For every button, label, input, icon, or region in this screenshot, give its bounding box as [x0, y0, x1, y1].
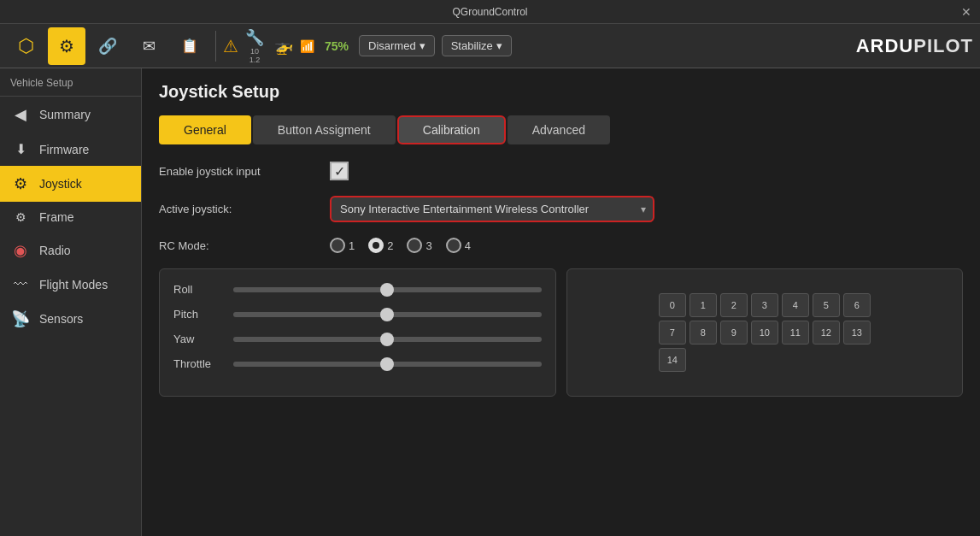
button-11[interactable]: 11: [782, 321, 809, 345]
rc-mode-1[interactable]: 1: [330, 238, 355, 253]
main-layout: Vehicle Setup ◀ Summary ⬇ Firmware ⚙ Joy…: [0, 68, 980, 536]
pitch-label: Pitch: [173, 308, 225, 321]
stabilize-arrow: ▾: [496, 39, 502, 52]
sidebar-header: Vehicle Setup: [0, 68, 141, 97]
button-7[interactable]: 7: [659, 321, 686, 345]
yaw-track[interactable]: [233, 337, 542, 342]
button-spacer: [843, 348, 871, 372]
rc-mode-2[interactable]: 2: [368, 238, 393, 253]
joystick-label: Active joystick:: [159, 203, 330, 215]
flight-modes-icon: 〰: [10, 277, 31, 292]
toolbar: ⬡ ⚙ 🔗 ✉ 📋 ⚠ 🔧 10 1.2 🚁 📶 75% Disarmed ▾ …: [0, 24, 980, 68]
button-4[interactable]: 4: [782, 293, 809, 317]
throttle-row: Throttle: [173, 357, 542, 370]
ardu-text: ARDU: [856, 35, 914, 56]
sidebar: Vehicle Setup ◀ Summary ⬇ Firmware ⚙ Joy…: [0, 68, 142, 536]
button-2[interactable]: 2: [720, 293, 748, 317]
rc-mode-2-label: 2: [387, 239, 393, 252]
title-bar: QGroundControl ✕: [0, 0, 980, 24]
rc-mode-4[interactable]: 4: [446, 238, 471, 253]
tab-calibration[interactable]: Calibration: [397, 115, 506, 144]
button-13[interactable]: 13: [843, 321, 871, 345]
close-icon[interactable]: ✕: [961, 5, 971, 19]
roll-track[interactable]: [233, 287, 542, 292]
button-spacer: [751, 348, 778, 372]
sidebar-label-joystick: Joystick: [39, 177, 82, 191]
active-joystick-row: Active joystick: Sony Interactive Entert…: [159, 196, 963, 222]
pitch-track[interactable]: [233, 312, 542, 317]
radio-4-outer: [446, 238, 461, 253]
rc-mode-options: 1 2 3 4: [330, 238, 471, 253]
button-spacer: [720, 348, 748, 372]
radio-icon: ◉: [10, 241, 31, 260]
sidebar-item-joystick[interactable]: ⚙ Joystick: [0, 166, 141, 202]
button-9[interactable]: 9: [720, 321, 748, 345]
button-14[interactable]: 14: [659, 348, 686, 372]
sidebar-label-firmware: Firmware: [39, 143, 89, 156]
button-spacer: [813, 348, 840, 372]
radio-3-outer: [407, 238, 422, 253]
yaw-label: Yaw: [173, 333, 225, 345]
tab-advanced[interactable]: Advanced: [508, 115, 610, 144]
tab-button-assignment[interactable]: Button Assigment: [253, 115, 396, 144]
plan-button[interactable]: ✉: [130, 27, 167, 65]
sidebar-item-frame[interactable]: ⚙ Frame: [0, 202, 141, 233]
rc-mode-1-label: 1: [349, 239, 355, 252]
axes-container: Roll Pitch Yaw: [159, 268, 963, 397]
joystick-select[interactable]: Sony Interactive Entertainment Wireless …: [330, 196, 654, 222]
throttle-thumb[interactable]: [380, 357, 394, 371]
joystick-icon: ⚙: [10, 174, 31, 193]
pitch-row: Pitch: [173, 308, 542, 321]
button-grid-rows: 01234567891011121314: [659, 293, 871, 372]
radio-1-outer: [330, 238, 345, 253]
rc-mode-4-label: 4: [465, 239, 471, 252]
battery-status: 75%: [325, 39, 349, 53]
enable-label: Enable joystick input: [159, 165, 330, 178]
pilot-text: PILOT: [913, 35, 973, 56]
roll-row: Roll: [173, 283, 542, 296]
sidebar-item-radio[interactable]: ◉ Radio: [0, 233, 141, 268]
disarmed-label: Disarmed: [368, 39, 416, 52]
sidebar-label-summary: Summary: [39, 108, 91, 121]
sidebar-item-flight-modes[interactable]: 〰 Flight Modes: [0, 268, 141, 301]
fly-button[interactable]: 📋: [171, 27, 208, 65]
button-12[interactable]: 12: [813, 321, 840, 345]
joystick-select-wrapper: Sony Interactive Entertainment Wireless …: [330, 196, 654, 222]
button-5[interactable]: 5: [813, 293, 840, 317]
rc-mode-3[interactable]: 3: [407, 238, 431, 253]
ardupilot-logo: ARDUPILOT: [856, 35, 973, 57]
button-8[interactable]: 8: [690, 321, 717, 345]
qgc-button[interactable]: ⬡: [7, 27, 44, 65]
button-10[interactable]: 10: [751, 321, 778, 345]
stabilize-button[interactable]: Stabilize ▾: [442, 35, 512, 56]
sidebar-item-sensors[interactable]: 📡 Sensors: [0, 301, 141, 337]
sidebar-item-summary[interactable]: ◀ Summary: [0, 97, 141, 133]
content-area: Joystick Setup General Button Assigment …: [142, 68, 980, 536]
button-3[interactable]: 3: [751, 293, 778, 317]
yaw-thumb[interactable]: [380, 333, 394, 346]
enable-joystick-row: Enable joystick input ✓: [159, 162, 963, 180]
radio-2-outer: [368, 238, 384, 253]
tabs-row: General Button Assigment Calibration Adv…: [159, 115, 963, 144]
button-0[interactable]: 0: [659, 293, 686, 317]
firmware-icon: ⬇: [10, 141, 31, 157]
roll-label: Roll: [173, 283, 225, 296]
tab-general[interactable]: General: [159, 115, 251, 144]
button-grid: 01234567891011121314: [659, 293, 871, 372]
warning-icon: ⚠: [223, 36, 238, 56]
disarm-button[interactable]: Disarmed ▾: [359, 35, 435, 56]
button-6[interactable]: 6: [843, 293, 871, 317]
stabilize-label: Stabilize: [451, 39, 493, 52]
summary-icon: ◀: [10, 105, 31, 124]
disarmed-arrow: ▾: [420, 39, 425, 52]
roll-thumb[interactable]: [380, 283, 394, 297]
button-1[interactable]: 1: [690, 293, 717, 317]
settings-button[interactable]: ⚙: [48, 27, 85, 65]
rc-mode-3-label: 3: [425, 239, 431, 252]
throttle-track[interactable]: [233, 362, 542, 367]
pitch-thumb[interactable]: [380, 308, 394, 321]
radio-2-inner: [373, 242, 379, 249]
vehicle-button[interactable]: 🔗: [89, 27, 126, 65]
enable-checkbox[interactable]: ✓: [330, 162, 349, 180]
sidebar-item-firmware[interactable]: ⬇ Firmware: [0, 133, 141, 166]
